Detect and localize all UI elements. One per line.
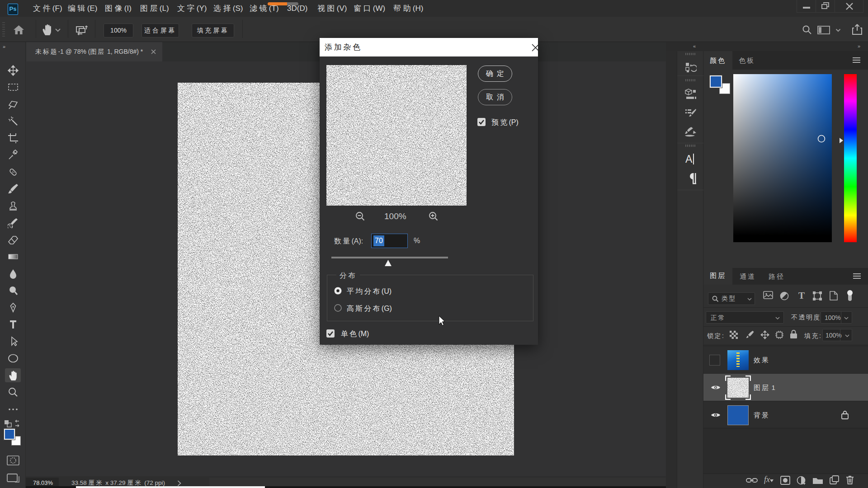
svg-text:A: A xyxy=(685,153,693,165)
